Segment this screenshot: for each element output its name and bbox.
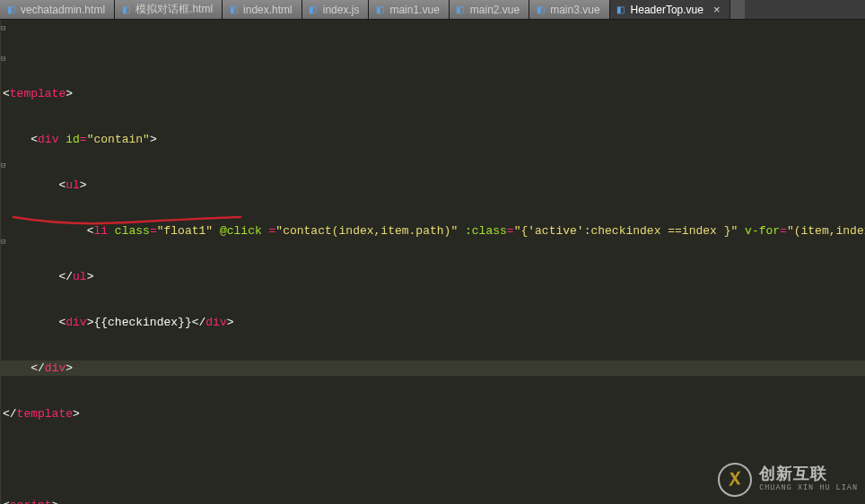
tab-label: vechatadmin.html (21, 4, 105, 16)
tab-label: index.html (243, 4, 293, 16)
tab-vechatadmin[interactable]: ◧ vechatadmin.html (0, 0, 115, 19)
tab-label: main3.vue (550, 4, 599, 16)
current-line-highlight (1, 361, 865, 376)
file-icon: ◧ (120, 4, 131, 15)
tab-bar: ◧ vechatadmin.html ◧ 模拟对话框.html ◧ index.… (0, 0, 865, 20)
code-editor[interactable]: ⊟ ⊟ ⊟ ⊟ <template> <div id="contain"> <u… (0, 20, 865, 504)
tab-overflow (730, 0, 745, 19)
file-icon: ◧ (535, 4, 546, 15)
file-icon: ◧ (616, 4, 626, 15)
tab-label: main2.vue (470, 4, 520, 16)
tab-label: HeaderTop.vue (631, 4, 703, 16)
tab-label: main1.vue (389, 4, 439, 16)
close-icon[interactable]: × (713, 3, 721, 16)
tab-headertop[interactable]: ◧ HeaderTop.vue × (610, 0, 730, 19)
code-area[interactable]: <template> <div id="contain"> <ul> <li c… (1, 20, 865, 504)
file-icon: ◧ (308, 4, 319, 15)
tab-index-js[interactable]: ◧ index.js (302, 0, 370, 19)
file-icon: ◧ (374, 4, 385, 15)
tab-index-html[interactable]: ◧ index.html (223, 0, 302, 19)
tab-main3[interactable]: ◧ main3.vue (529, 0, 609, 19)
file-icon: ◧ (455, 4, 466, 15)
tab-label: index.js (323, 4, 360, 16)
tab-main2[interactable]: ◧ main2.vue (450, 0, 529, 19)
tab-dialog[interactable]: ◧ 模拟对话框.html (115, 0, 223, 19)
tab-main1[interactable]: ◧ main1.vue (369, 0, 449, 19)
tab-label: 模拟对话框.html (135, 2, 213, 17)
file-icon: ◧ (5, 4, 16, 15)
file-icon: ◧ (228, 4, 239, 15)
